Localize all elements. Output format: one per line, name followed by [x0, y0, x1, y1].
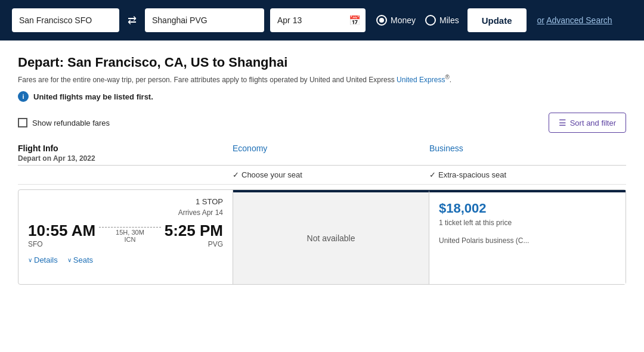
economy-feature-label: Choose your seat — [242, 170, 302, 179]
flight-info-label: Flight Info — [18, 144, 233, 153]
registered-mark: ® — [445, 74, 449, 80]
money-radio-option[interactable]: Money — [376, 15, 416, 26]
seats-link[interactable]: ∨ Seats — [67, 256, 93, 264]
economy-status: Not available — [307, 233, 355, 243]
main-content: Depart: San Francisco, CA, US to Shangha… — [6, 41, 638, 285]
actions-row: ∨ Details ∨ Seats — [28, 256, 223, 264]
details-chevron: ∨ — [28, 257, 32, 263]
depart-date-label: Depart on Apr 13, 2022 — [18, 154, 233, 163]
flight-info-col-header: Flight Info Depart on Apr 13, 2022 — [18, 144, 233, 163]
stop-airport: ICN — [124, 236, 135, 243]
refundable-check-label[interactable]: Show refundable fares — [18, 118, 110, 127]
origin-input[interactable] — [12, 8, 119, 32]
business-cell[interactable]: $18,002 1 ticket left at this price Unit… — [429, 190, 626, 284]
feature-economy: ✓ Choose your seat — [233, 170, 429, 179]
economy-col-header: Economy — [233, 144, 429, 163]
seats-chevron: ∨ — [67, 257, 72, 263]
sort-filter-label: Sort and filter — [570, 119, 616, 127]
refundable-checkbox[interactable] — [18, 118, 27, 127]
info-icon: i — [18, 91, 29, 102]
filter-row: Show refundable fares ☰ Sort and filter — [18, 113, 626, 133]
flight-line: 15H, 30M ICN — [99, 227, 161, 243]
business-check-icon: ✓ — [429, 170, 436, 179]
main-header: ⇄ 📅 Money Miles Update or Advanced Searc… — [0, 0, 644, 41]
business-feature-label: Extra-spacious seat — [438, 170, 506, 179]
refundable-label: Show refundable fares — [32, 119, 110, 127]
payment-type-group: Money Miles — [376, 15, 459, 26]
arrives-info: Arrives Apr 14 — [28, 208, 223, 217]
times-row: 10:55 AM SFO 15H, 30M ICN 5:25 PM PVG — [28, 222, 223, 248]
economy-check-icon: ✓ — [233, 170, 239, 179]
details-label: Details — [34, 256, 58, 264]
dotted-line — [99, 227, 161, 228]
stop-count: 1 STOP — [28, 197, 223, 206]
sort-filter-button[interactable]: ☰ Sort and filter — [549, 113, 626, 133]
business-price: $18,002 — [439, 201, 616, 216]
details-link[interactable]: ∨ Details — [28, 256, 58, 264]
money-radio-circle — [376, 15, 387, 26]
update-button[interactable]: Update — [467, 8, 527, 32]
miles-radio-option[interactable]: Miles — [425, 15, 459, 26]
destination-input[interactable] — [145, 8, 264, 32]
seats-label: Seats — [73, 256, 93, 264]
date-input-wrap: 📅 — [270, 8, 366, 32]
business-col-header: Business — [429, 144, 626, 163]
dest-code: PVG — [165, 240, 223, 248]
flight-row: 1 STOP Arrives Apr 14 10:55 AM SFO 15H, … — [18, 189, 626, 285]
advanced-search-link[interactable]: or Advanced Search — [537, 15, 612, 25]
fare-note: Fares are for the entire one-way trip, p… — [18, 74, 626, 84]
united-express-link[interactable]: United Express — [397, 76, 445, 84]
swap-icon[interactable]: ⇄ — [125, 14, 139, 27]
flight-info-cell: 1 STOP Arrives Apr 14 10:55 AM SFO 15H, … — [18, 190, 233, 284]
feature-row: ✓ Choose your seat ✓ Extra-spacious seat — [18, 166, 626, 185]
info-banner-text: United flights may be listed first. — [33, 92, 153, 101]
feature-flight-info — [18, 170, 233, 179]
miles-label: Miles — [439, 15, 459, 25]
duration: 15H, 30M — [116, 229, 144, 236]
page-title: Depart: San Francisco, CA, US to Shangha… — [18, 55, 626, 70]
economy-link[interactable]: Economy — [233, 144, 267, 153]
info-banner: i United flights may be listed first. — [18, 91, 626, 102]
economy-cell: Not available — [233, 190, 429, 284]
advanced-search-label: Advanced Search — [546, 15, 612, 25]
miles-radio-circle — [425, 15, 436, 26]
arrive-time-wrap: 5:25 PM PVG — [165, 222, 223, 248]
money-label: Money — [391, 15, 416, 25]
tickets-left: 1 ticket left at this price — [439, 219, 616, 227]
business-link[interactable]: Business — [429, 144, 463, 153]
date-input[interactable] — [270, 8, 366, 32]
table-header: Flight Info Depart on Apr 13, 2022 Econo… — [18, 144, 626, 166]
depart-time: 10:55 AM SFO — [28, 222, 95, 248]
or-label: or — [537, 15, 544, 25]
origin-code: SFO — [28, 240, 95, 248]
cabin-label: United Polaris business (C... — [439, 236, 616, 245]
feature-business: ✓ Extra-spacious seat — [429, 170, 626, 179]
sort-icon: ☰ — [559, 118, 566, 127]
